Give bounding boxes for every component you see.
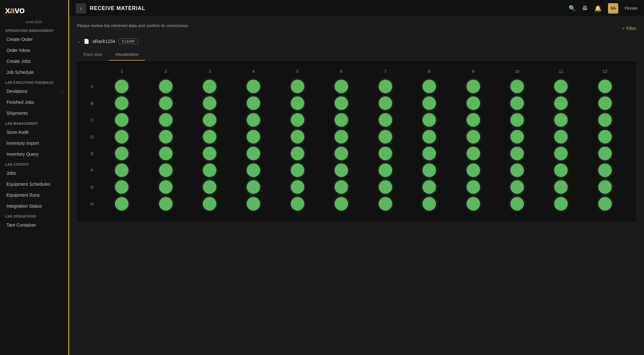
grid-cell-B5[interactable]	[276, 95, 319, 111]
sidebar-item-finished-jobs[interactable]: Finished Jobs	[0, 97, 68, 108]
grid-cell-G6[interactable]	[320, 179, 363, 195]
grid-cell-A8[interactable]	[408, 78, 451, 94]
grid-cell-H1[interactable]	[100, 196, 143, 212]
grid-cell-C9[interactable]	[451, 112, 495, 128]
grid-cell-F11[interactable]	[539, 162, 582, 178]
sidebar-item-equipment-schedules[interactable]: Equipment Schedules	[0, 179, 68, 190]
grid-cell-C8[interactable]	[408, 112, 451, 128]
grid-cell-A4[interactable]	[232, 78, 275, 94]
grid-cell-H5[interactable]	[276, 196, 319, 212]
grid-cell-A3[interactable]	[188, 78, 231, 94]
grid-cell-H11[interactable]	[539, 196, 582, 212]
grid-cell-A6[interactable]	[320, 78, 363, 94]
grid-cell-H8[interactable]	[408, 196, 451, 212]
grid-cell-D4[interactable]	[232, 129, 275, 145]
notification-icon[interactable]: 🔔	[594, 5, 601, 12]
grid-cell-F9[interactable]	[451, 162, 495, 178]
grid-cell-H7[interactable]	[364, 196, 407, 212]
sidebar-item-shipments[interactable]: Shipments	[0, 108, 68, 119]
grid-cell-A9[interactable]	[451, 78, 495, 94]
grid-cell-F4[interactable]	[232, 162, 275, 178]
grid-cell-G7[interactable]	[364, 179, 407, 195]
grid-cell-B4[interactable]	[232, 95, 275, 111]
grid-cell-D7[interactable]	[364, 129, 407, 145]
sidebar-item-tare-container[interactable]: Tare Container	[0, 220, 68, 231]
sidebar-item-order-inbox[interactable]: Order Inbox	[0, 45, 68, 56]
grid-cell-H6[interactable]	[320, 196, 363, 212]
search-icon[interactable]: 🔍	[569, 5, 576, 12]
grid-cell-F7[interactable]	[364, 162, 407, 178]
grid-cell-E3[interactable]	[188, 145, 231, 162]
grid-cell-B12[interactable]	[583, 95, 627, 111]
grid-cell-F12[interactable]	[583, 162, 627, 178]
grid-cell-E7[interactable]	[364, 145, 407, 162]
grid-cell-A5[interactable]	[276, 78, 319, 94]
grid-cell-F6[interactable]	[320, 162, 363, 178]
grid-cell-B8[interactable]	[408, 95, 451, 111]
filter-button[interactable]: ▿ Filter	[622, 26, 636, 31]
rack-clear-button[interactable]: CLEAR	[118, 38, 138, 44]
grid-cell-C4[interactable]	[232, 112, 275, 128]
grid-cell-C11[interactable]	[539, 112, 582, 128]
grid-cell-A12[interactable]	[583, 78, 627, 94]
sidebar-item-create-jobs[interactable]: Create Jobs	[0, 56, 68, 67]
grid-cell-E6[interactable]	[320, 145, 363, 162]
grid-cell-A11[interactable]	[539, 78, 582, 94]
sidebar-item-jobs[interactable]: Jobs	[0, 168, 68, 179]
grid-cell-B2[interactable]	[144, 95, 187, 111]
grid-cell-C1[interactable]	[100, 112, 143, 128]
grid-cell-D1[interactable]	[100, 129, 143, 145]
grid-cell-D2[interactable]	[144, 129, 187, 145]
grid-cell-D10[interactable]	[496, 129, 539, 145]
tab-rack-data[interactable]: Rack data	[77, 49, 109, 61]
sidebar-item-store-audit[interactable]: Store Audit	[0, 127, 68, 138]
grid-cell-G1[interactable]	[100, 179, 143, 195]
tab-visualization[interactable]: Visualization	[109, 49, 145, 61]
grid-cell-B1[interactable]	[100, 95, 143, 111]
sidebar-item-integration-status[interactable]: Integration Status	[0, 201, 68, 212]
grid-cell-F3[interactable]	[188, 162, 231, 178]
grid-cell-H4[interactable]	[232, 196, 275, 212]
grid-cell-F2[interactable]	[144, 162, 187, 178]
grid-cell-B6[interactable]	[320, 95, 363, 111]
grid-cell-C12[interactable]	[583, 112, 627, 128]
grid-cell-D3[interactable]	[188, 129, 231, 145]
grid-cell-E9[interactable]	[451, 145, 495, 162]
grid-cell-B10[interactable]	[496, 95, 539, 111]
back-button[interactable]: ‹	[76, 3, 86, 14]
sidebar-item-deviations[interactable]: Deviations›	[0, 86, 68, 97]
grid-cell-D9[interactable]	[451, 129, 495, 145]
grid-cell-A10[interactable]	[496, 78, 539, 94]
grid-cell-G8[interactable]	[408, 179, 451, 195]
user-avatar[interactable]: XA	[608, 3, 618, 14]
grid-cell-H10[interactable]	[496, 196, 539, 212]
sidebar-item-job-schedule[interactable]: Job Schedule	[0, 67, 68, 78]
grid-cell-D6[interactable]	[320, 129, 363, 145]
grid-cell-F10[interactable]	[496, 162, 539, 178]
grid-cell-H3[interactable]	[188, 196, 231, 212]
grid-cell-E8[interactable]	[408, 145, 451, 162]
grid-cell-G9[interactable]	[451, 179, 495, 195]
grid-cell-B11[interactable]	[539, 95, 582, 111]
sidebar-item-create-order[interactable]: Create Order	[0, 34, 68, 45]
grid-cell-H2[interactable]	[144, 196, 187, 212]
sidebar-item-inventory-query[interactable]: Inventory Query	[0, 149, 68, 160]
grid-cell-C5[interactable]	[276, 112, 319, 128]
grid-cell-D8[interactable]	[408, 129, 451, 145]
grid-cell-G2[interactable]	[144, 179, 187, 195]
grid-cell-A1[interactable]	[100, 78, 143, 94]
grid-cell-E12[interactable]	[583, 145, 627, 162]
grid-cell-B9[interactable]	[451, 95, 495, 111]
grid-cell-F1[interactable]	[100, 162, 143, 178]
grid-cell-C7[interactable]	[364, 112, 407, 128]
grid-cell-E1[interactable]	[100, 145, 143, 162]
grid-cell-G11[interactable]	[539, 179, 582, 195]
grid-cell-C6[interactable]	[320, 112, 363, 128]
display-icon[interactable]: 🖶	[582, 5, 588, 12]
grid-cell-G12[interactable]	[583, 179, 627, 195]
grid-cell-B3[interactable]	[188, 95, 231, 111]
grid-cell-G10[interactable]	[496, 179, 539, 195]
grid-cell-D11[interactable]	[539, 129, 582, 145]
grid-cell-H9[interactable]	[451, 196, 495, 212]
grid-cell-G3[interactable]	[188, 179, 231, 195]
